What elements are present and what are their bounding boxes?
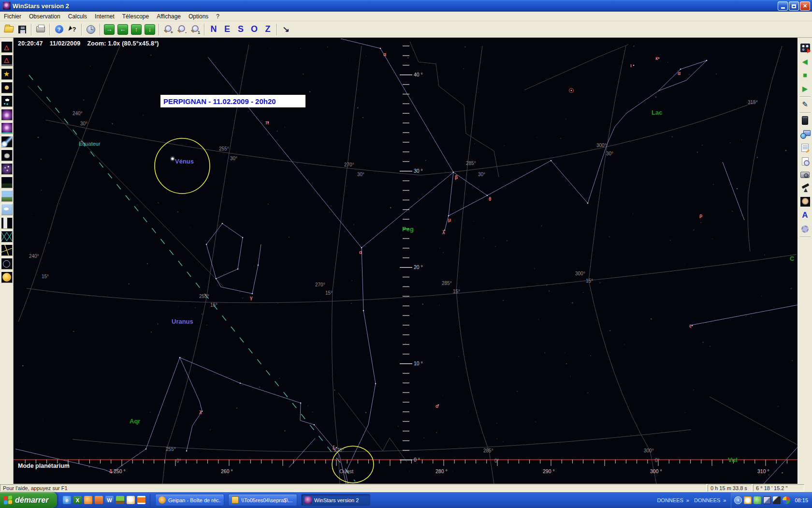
toggle-clouds[interactable] xyxy=(1,204,13,215)
tray-clock-icon[interactable] xyxy=(744,496,752,504)
network-button[interactable] xyxy=(799,128,811,140)
compass-west-button[interactable]: O xyxy=(248,23,261,36)
zoom-in-button[interactable]: + xyxy=(162,23,174,36)
toggle-stars[interactable]: ★ xyxy=(1,68,13,80)
maximize-button[interactable] xyxy=(789,1,799,11)
server-button[interactable] xyxy=(799,115,811,126)
context-help-button[interactable]: ? xyxy=(66,23,79,36)
compass-east-button[interactable]: E xyxy=(221,23,233,36)
toggle-nebulae[interactable] xyxy=(1,109,13,120)
toggle-horizon-landscape[interactable] xyxy=(1,177,13,188)
pan-up-button[interactable]: ↑ xyxy=(130,23,143,36)
toolbar-separator xyxy=(159,24,160,35)
menu-tlescope[interactable]: Télescope xyxy=(118,12,153,21)
toggle-azimuth-grid[interactable] xyxy=(1,231,13,242)
open-folder-button[interactable] xyxy=(2,23,15,36)
menu-options[interactable]: Options xyxy=(185,12,212,21)
stars-icon: ★ xyxy=(1,69,12,79)
toolbar-title: DONNEES xyxy=(657,497,683,503)
document-search-button[interactable] xyxy=(799,155,811,167)
menu-fichier[interactable]: Fichier xyxy=(0,12,25,21)
taskbar-toolbar-donnees[interactable]: DONNEES» xyxy=(694,497,726,503)
zoom-out-button[interactable]: - xyxy=(175,23,188,36)
tray-green-icon[interactable] xyxy=(754,496,761,504)
settings-gear-button[interactable] xyxy=(799,223,811,235)
taskbar-task-winstars-version-2[interactable]: WinStars version 2 xyxy=(301,494,370,506)
quicklaunch-tree-icon[interactable] xyxy=(116,496,124,504)
telescope-button[interactable] xyxy=(799,182,811,194)
menu-observation[interactable]: Observation xyxy=(25,12,64,21)
toggle-help-ball[interactable] xyxy=(1,271,13,283)
toggle-milky-way[interactable] xyxy=(1,163,13,175)
compass-north-button[interactable]: N xyxy=(207,23,220,36)
toggle-planets[interactable] xyxy=(1,82,13,93)
toggle-asteroids[interactable] xyxy=(1,149,13,161)
quicklaunch-mail-icon[interactable] xyxy=(95,496,103,504)
tray-screens-icon[interactable] xyxy=(763,496,771,504)
chevron-icon[interactable]: » xyxy=(723,497,726,503)
toggle-daylight[interactable] xyxy=(1,190,13,202)
pan-left-icon: ← xyxy=(117,24,128,35)
notepad-button[interactable] xyxy=(799,142,811,153)
time-globe-button[interactable] xyxy=(85,23,97,36)
sky-chart[interactable]: 20:20:47 11/02/2009 Zoom: 1.0x (80.5°x45… xyxy=(14,38,798,484)
stylus-button[interactable]: ✎ xyxy=(799,99,811,110)
toggle-nebulae-names[interactable] xyxy=(1,122,13,134)
print-button[interactable] xyxy=(34,23,47,36)
compass-south-button[interactable]: S xyxy=(234,23,247,36)
quicklaunch-firefox-icon[interactable] xyxy=(84,496,92,504)
quicklaunch-clock-icon[interactable] xyxy=(127,496,135,504)
zoom-reset-button[interactable]: 1 xyxy=(189,23,202,36)
help-button[interactable]: ? xyxy=(53,23,65,36)
menu-calculs[interactable]: Calculs xyxy=(64,12,91,21)
toggle-comets[interactable] xyxy=(1,136,13,148)
tray-mouse-icon[interactable] xyxy=(773,496,781,504)
chevron-icon[interactable]: » xyxy=(686,497,689,503)
play-backward-button[interactable]: ◀ xyxy=(799,56,811,67)
toggle-ephemerides[interactable] xyxy=(1,217,13,229)
play-forward-icon: ▶ xyxy=(800,83,811,94)
start-button[interactable]: démarrer xyxy=(0,492,57,508)
fullscreen-arrow-button[interactable]: ↘ xyxy=(280,23,292,36)
quicklaunch-word-icon[interactable]: W xyxy=(105,496,114,504)
play-forward-button[interactable]: ▶ xyxy=(799,83,811,94)
toggle-ecliptic-lines[interactable] xyxy=(1,244,13,256)
constellation-name-label: C xyxy=(790,255,794,262)
taskbar-task--to05res04-sepra-[interactable]: \\To05res04\sepra$\... xyxy=(228,494,297,506)
quicklaunch-ie-icon[interactable]: e xyxy=(63,496,71,504)
taskbar-task-geipan-bo-te-de-r-c-[interactable]: Geipan - Boîte de réc... xyxy=(155,494,224,506)
mode-label: Mode planétarium xyxy=(18,463,70,469)
close-button[interactable]: ✕ xyxy=(800,1,810,11)
star-designation-label: μ xyxy=(448,217,451,223)
toggle-orbits[interactable] xyxy=(1,258,13,269)
quicklaunch-excel-icon[interactable]: X xyxy=(73,496,82,504)
document-search-icon xyxy=(802,157,809,165)
taskbar-toolbar-donnees[interactable]: DONNEES» xyxy=(657,497,689,503)
pan-right-button[interactable]: → xyxy=(103,23,116,36)
toggle-constellation-figures[interactable]: △ xyxy=(1,41,13,53)
pan-down-button[interactable]: ↓ xyxy=(144,23,156,36)
fullscreen-arrow-icon: ↘ xyxy=(283,25,290,34)
menu-[interactable]: ? xyxy=(212,12,223,21)
milky-way-icon xyxy=(1,164,12,174)
tray-collapse-chevron-icon[interactable]: ‹ xyxy=(734,496,742,504)
menu-affichage[interactable]: Affichage xyxy=(153,12,185,21)
labels-letter-a-button[interactable]: A xyxy=(799,209,811,221)
planet-photo-button[interactable] xyxy=(799,196,811,208)
zenith-button[interactable]: Z xyxy=(261,23,274,36)
minimize-button[interactable] xyxy=(778,1,788,11)
title-bar[interactable]: WinStars version 2 ✕ xyxy=(0,0,812,12)
menu-internet[interactable]: Internet xyxy=(91,12,118,21)
toggle-constellation-names[interactable]: △ xyxy=(1,55,13,66)
pan-left-button[interactable]: ← xyxy=(116,23,129,36)
quicklaunch-vlc-icon[interactable] xyxy=(137,496,145,504)
save-button[interactable] xyxy=(16,23,29,36)
planet-label-uranus[interactable]: Uranus xyxy=(172,318,193,325)
stop-button[interactable]: ■ xyxy=(799,69,811,81)
animation-button[interactable] xyxy=(799,42,811,54)
camera-button[interactable] xyxy=(799,169,811,180)
planet-label-vnus[interactable]: Vénus xyxy=(175,158,194,165)
tray-pin-icon[interactable] xyxy=(783,496,790,504)
toggle-satellites[interactable] xyxy=(1,95,13,107)
context-help-icon: ? xyxy=(69,26,76,33)
